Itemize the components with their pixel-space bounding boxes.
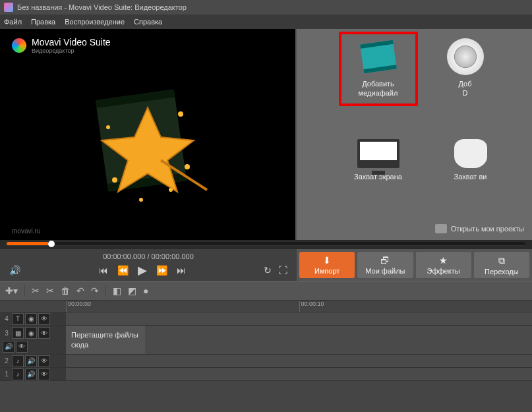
titlebar: Без названия - Movavi Video Suite: Видео… bbox=[0, 0, 532, 15]
tab-transitions[interactable]: ⧉ Переходы bbox=[474, 252, 529, 278]
menubar: Файл Правка Воспроизведение Справка bbox=[0, 15, 532, 29]
folder-icon bbox=[435, 224, 447, 233]
preview-panel: Movavi Video Suite Видеоредактор movavi.… bbox=[0, 29, 297, 240]
mute-icon[interactable]: 🔊 bbox=[25, 368, 37, 380]
record-button[interactable]: ● bbox=[143, 285, 148, 296]
open-projects-label: Открыть мои проекты bbox=[451, 225, 524, 233]
files-icon: 🗗 bbox=[380, 255, 390, 266]
eye-icon[interactable]: 👁 bbox=[38, 368, 50, 380]
webcam-icon bbox=[454, 139, 487, 168]
crop-button[interactable]: ◧ bbox=[113, 285, 121, 296]
timeline: 00:00:00 00:00:10 4 T ◉ 👁 3 ▦ ◉ 👁 🔊 👁 Пе… bbox=[0, 301, 532, 412]
app-icon bbox=[4, 3, 13, 12]
brand-icon bbox=[12, 38, 26, 53]
import-label: Доб D bbox=[446, 79, 485, 98]
undo-button[interactable]: ↶ bbox=[76, 285, 84, 296]
disc-icon bbox=[447, 38, 484, 75]
menu-playback[interactable]: Воспроизведение bbox=[65, 18, 125, 26]
eye-icon[interactable]: 👁 bbox=[38, 355, 50, 367]
import-label: Добавить медиафайл bbox=[344, 79, 413, 98]
ruler-tick: 00:00:10 bbox=[299, 301, 533, 312]
splash-art bbox=[75, 74, 220, 208]
fullscreen-button[interactable]: ⛶ bbox=[278, 265, 287, 276]
track-titles: 4 T ◉ 👁 bbox=[0, 312, 532, 326]
menu-help[interactable]: Справка bbox=[134, 18, 162, 26]
link-icon[interactable]: ◉ bbox=[25, 313, 37, 325]
brand-subtitle: Видеоредактор bbox=[32, 47, 111, 54]
music-icon[interactable]: ♪ bbox=[12, 355, 24, 367]
skip-end-button[interactable]: ⏭ bbox=[177, 265, 186, 276]
playback-controls: 00:00:00.000 / 00:00:00.000 🔊 ⏮ ⏪ ▶ ⏩ ⏭ … bbox=[0, 249, 297, 281]
track-audio-1: 1 ♪ 🔊 👁 bbox=[0, 368, 532, 381]
mute-icon[interactable]: 🔊 bbox=[25, 355, 37, 367]
music-icon[interactable]: ♪ bbox=[12, 368, 24, 380]
text-icon[interactable]: T bbox=[12, 313, 24, 325]
svg-point-4 bbox=[112, 177, 117, 183]
star-icon: ★ bbox=[439, 255, 448, 266]
timeline-toolbar: ✚▾ ✂ ✂ 🗑 ↶ ↷ ◧ ◩ ● bbox=[0, 281, 532, 301]
brand-logo: Movavi Video Suite Видеоредактор bbox=[12, 37, 111, 54]
delete-button[interactable]: 🗑 bbox=[61, 285, 70, 296]
tab-my-files[interactable]: 🗗 Мои файлы bbox=[357, 252, 413, 278]
eye-icon[interactable]: 👁 bbox=[38, 313, 50, 325]
properties-button[interactable]: ◩ bbox=[128, 285, 136, 296]
svg-point-8 bbox=[139, 198, 143, 202]
add-button[interactable]: ✚▾ bbox=[5, 285, 18, 296]
import-webcam[interactable]: Захват ви bbox=[451, 139, 490, 181]
import-add-dvd[interactable]: Доб D bbox=[446, 38, 485, 106]
redo-button[interactable]: ↷ bbox=[91, 285, 99, 296]
tab-effects[interactable]: ★ Эффекты bbox=[416, 252, 471, 278]
forward-button[interactable]: ⏩ bbox=[156, 265, 167, 276]
svg-point-7 bbox=[185, 164, 190, 169]
import-label: Захват ви bbox=[451, 172, 490, 181]
import-add-media[interactable]: Добавить медиафайл bbox=[339, 32, 418, 106]
brand-url: movavi.ru bbox=[12, 227, 40, 235]
monitor-icon bbox=[357, 139, 399, 168]
drop-hint: Перетащите файлы сюда bbox=[66, 326, 145, 354]
brand-name: Movavi Video Suite bbox=[32, 37, 111, 47]
rewind-button[interactable]: ⏪ bbox=[117, 265, 129, 276]
volume-icon[interactable]: 🔊 bbox=[9, 265, 20, 276]
svg-point-9 bbox=[169, 188, 173, 192]
svg-point-5 bbox=[178, 111, 183, 117]
eye-icon[interactable]: 👁 bbox=[16, 341, 28, 353]
ruler-tick: 00:00:00 bbox=[66, 301, 299, 312]
import-icon: ⬇ bbox=[323, 255, 331, 266]
track-video: 3 ▦ ◉ 👁 🔊 👁 Перетащите файлы сюда bbox=[0, 326, 532, 355]
track-audio-2: 2 ♪ 🔊 👁 bbox=[0, 355, 532, 368]
time-ruler[interactable]: 00:00:00 00:00:10 bbox=[0, 301, 532, 312]
svg-point-6 bbox=[106, 125, 110, 129]
open-projects-link[interactable]: Открыть мои проекты bbox=[435, 224, 524, 233]
mode-tabs: ⬇ Импорт 🗗 Мои файлы ★ Эффекты ⧉ Переход… bbox=[297, 249, 532, 281]
import-screen-capture[interactable]: Захват экрана bbox=[339, 139, 418, 181]
import-panel: Добавить медиафайл Доб D Захват экрана З… bbox=[297, 29, 532, 240]
loop-button[interactable]: ↻ bbox=[264, 265, 272, 276]
seek-thumb[interactable] bbox=[48, 241, 55, 247]
cut-button[interactable]: ✂ bbox=[32, 285, 40, 296]
film-icon bbox=[355, 38, 401, 75]
tab-import[interactable]: ⬇ Импорт bbox=[299, 252, 355, 278]
transition-icon: ⧉ bbox=[498, 255, 505, 266]
window-title: Без названия - Movavi Video Suite: Видео… bbox=[17, 3, 187, 11]
skip-start-button[interactable]: ⏮ bbox=[99, 265, 108, 276]
time-display: 00:00:00.000 / 00:00:00.000 bbox=[9, 252, 287, 260]
video-icon[interactable]: ▦ bbox=[12, 327, 24, 339]
menu-file[interactable]: Файл bbox=[4, 18, 22, 26]
seek-bar[interactable] bbox=[0, 240, 532, 249]
menu-edit[interactable]: Правка bbox=[31, 18, 55, 26]
split-button[interactable]: ✂ bbox=[46, 285, 54, 296]
play-button[interactable]: ▶ bbox=[138, 263, 147, 278]
eye-icon[interactable]: 👁 bbox=[38, 327, 50, 339]
mute-icon[interactable]: 🔊 bbox=[3, 341, 15, 353]
link-icon[interactable]: ◉ bbox=[25, 327, 37, 339]
